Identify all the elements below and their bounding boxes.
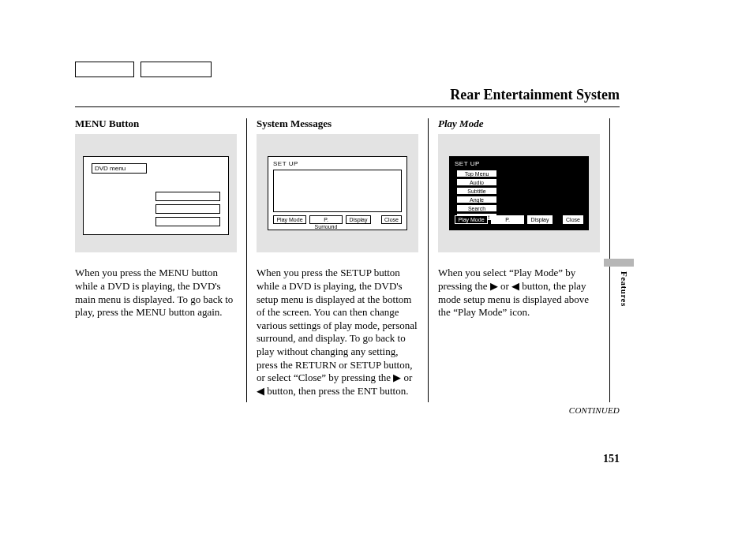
playmode-item: Top Menu xyxy=(456,170,497,177)
header-tab-1 xyxy=(75,62,134,77)
playmode-item: Subtitle xyxy=(456,187,497,195)
setup-button-row: Play Mode P. Surround Display Close xyxy=(455,215,583,225)
figure-dvd-menu: DVD menu xyxy=(75,134,237,252)
figure-setup-light: SET UP Play Mode P. Surround Display Clo… xyxy=(257,134,418,252)
side-tab-label: Features xyxy=(620,271,629,307)
setup-light-screen: SET UP Play Mode P. Surround Display Clo… xyxy=(268,156,407,230)
column-system-messages: System Messages SET UP Play Mode P. Surr… xyxy=(257,118,429,402)
column-title: Play Mode xyxy=(438,118,600,129)
setup-btn-display: Display xyxy=(346,215,371,224)
page-number: 151 xyxy=(603,453,620,465)
setup-btn-psurround: P. Surround xyxy=(491,215,524,224)
side-tab-block xyxy=(604,259,634,267)
setup-btn-close: Close xyxy=(381,215,402,224)
setup-btn-psurround: P. Surround xyxy=(309,215,343,224)
dvd-menu-screen: DVD menu xyxy=(83,156,229,235)
column-title: MENU Button xyxy=(75,118,237,129)
setup-btn-display: Display xyxy=(527,215,553,224)
header-tabs xyxy=(75,62,212,77)
dvd-menu-slot xyxy=(155,192,220,201)
dvd-menu-label: DVD menu xyxy=(92,163,147,174)
setup-button-row: Play Mode P. Surround Display Close xyxy=(273,215,402,225)
page-title: Rear Entertainment System xyxy=(450,87,620,103)
column-title: System Messages xyxy=(257,118,418,129)
dvd-menu-slot xyxy=(155,204,220,214)
playmode-item: Audio xyxy=(456,178,497,186)
columns: MENU Button DVD menu When you press the … xyxy=(75,118,620,402)
header-tab-2 xyxy=(140,62,212,77)
column-body: When you press the SETUP button while a … xyxy=(257,267,418,398)
column-menu-button: MENU Button DVD menu When you press the … xyxy=(75,118,247,402)
playmode-item: Angle xyxy=(456,196,497,203)
column-body: When you select “Play Mode” by pressing … xyxy=(438,267,600,319)
setup-btn-playmode: Play Mode xyxy=(455,215,488,224)
setup-title: SET UP xyxy=(273,160,298,167)
continued-label: CONTINUED xyxy=(569,405,620,415)
setup-btn-playmode: Play Mode xyxy=(273,215,306,224)
header-rule: Rear Entertainment System xyxy=(75,85,620,107)
page: Rear Entertainment System MENU Button DV… xyxy=(75,63,620,402)
setup-dark-screen: SET UP Top Menu Audio Subtitle Angle Sea… xyxy=(449,156,589,230)
playmode-item: Search xyxy=(456,204,497,212)
setup-title: SET UP xyxy=(455,160,480,167)
column-play-mode: Play Mode SET UP Top Menu Audio Subtitle… xyxy=(438,118,610,402)
setup-btn-close: Close xyxy=(563,215,583,224)
playmode-menu: Top Menu Audio Subtitle Angle Search Num… xyxy=(456,170,497,222)
column-body: When you press the MENU button while a D… xyxy=(75,267,237,319)
dvd-menu-slot xyxy=(155,217,220,226)
figure-setup-dark: SET UP Top Menu Audio Subtitle Angle Sea… xyxy=(438,134,600,252)
setup-display-area xyxy=(273,170,402,212)
